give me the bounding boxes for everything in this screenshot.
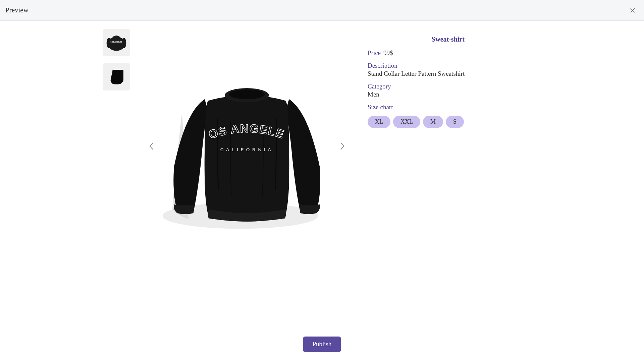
svg-rect-4	[111, 39, 122, 49]
description-row: Description Stand Collar Letter Pattern …	[368, 62, 502, 77]
svg-point-5	[107, 38, 111, 48]
thumbnail-1[interactable]: LOS ANGELES	[103, 29, 130, 56]
size-option-s[interactable]: S	[446, 116, 464, 128]
product-title: Sweat-shirt	[381, 36, 515, 43]
next-image-button[interactable]	[337, 139, 347, 153]
size-option-xl[interactable]: XL	[368, 116, 390, 128]
price-value: 99$	[383, 49, 393, 56]
chevron-left-icon	[149, 142, 154, 150]
svg-point-3	[113, 36, 120, 39]
svg-point-10	[229, 89, 265, 99]
svg-text:LOS ANGELES: LOS ANGELES	[111, 41, 123, 43]
product-info-panel: Sweat-shirt Price 99$ Description Stand …	[368, 29, 502, 362]
svg-text:CALIFORNIA: CALIFORNIA	[220, 147, 273, 152]
category-label: Category	[368, 83, 391, 90]
chevron-right-icon	[340, 142, 345, 150]
size-chart-label: Size chart	[368, 104, 502, 111]
price-row: Price 99$	[368, 49, 502, 57]
preview-header: Preview	[0, 0, 644, 21]
header-title: Preview	[5, 6, 29, 14]
product-image: LOS ANGELES CALIFORNIA	[146, 46, 347, 247]
description-label: Description	[368, 62, 397, 69]
size-option-xxl[interactable]: XXL	[393, 116, 420, 128]
category-row: Category Men	[368, 83, 502, 98]
size-options: XL XXL M S	[368, 116, 502, 128]
svg-point-6	[121, 38, 126, 48]
main-image-area: LOS ANGELES CALIFORNIA	[143, 29, 351, 263]
category-value: Men	[368, 91, 502, 98]
thumbnail-list: LOS ANGELES	[103, 29, 133, 362]
size-option-m[interactable]: M	[423, 116, 443, 128]
close-icon	[630, 8, 635, 13]
close-button[interactable]	[629, 7, 636, 14]
prev-image-button[interactable]	[146, 139, 156, 153]
content-area: LOS ANGELES	[0, 21, 644, 362]
thumbnail-2[interactable]	[103, 63, 130, 90]
price-label: Price	[368, 49, 381, 56]
publish-button[interactable]: Publish	[303, 337, 341, 352]
description-value: Stand Collar Letter Pattern Sweatshirt	[368, 70, 502, 77]
